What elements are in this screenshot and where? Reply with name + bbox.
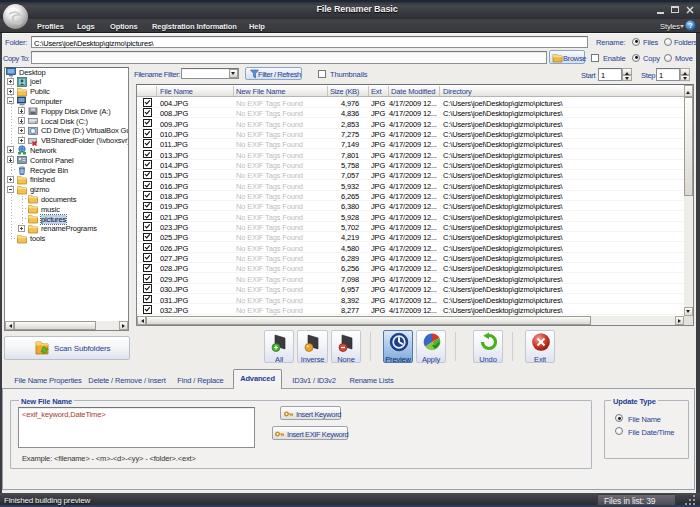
svg-text:?: ? [688, 21, 693, 30]
